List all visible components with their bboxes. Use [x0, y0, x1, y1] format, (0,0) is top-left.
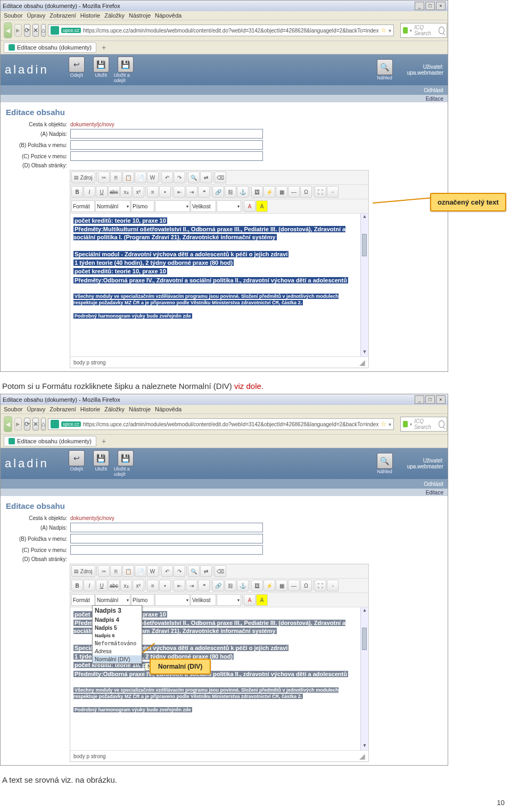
resize-handle-icon[interactable]: ◢	[359, 752, 365, 760]
menu-tools[interactable]: Nástroje	[129, 406, 151, 412]
ul-icon[interactable]: •	[159, 580, 171, 591]
link-icon[interactable]: 🔗	[212, 186, 224, 198]
menu-view[interactable]: Zobrazení	[50, 406, 76, 412]
path-value[interactable]: dokumenty/jc/novy	[70, 515, 114, 521]
editor-body[interactable]: počet kreditů: teorie 10, praxe 10 Předm…	[70, 607, 360, 750]
editor-body[interactable]: počet kreditů: teorie 10, praxe 10 Předm…	[70, 214, 360, 356]
format-select[interactable]: Formát	[71, 200, 95, 212]
menu-edit[interactable]: Úpravy	[27, 12, 45, 19]
path-value[interactable]: dokumenty/jc/novy	[70, 121, 114, 127]
paste-word-icon[interactable]: W	[147, 565, 159, 577]
show-blocks-icon[interactable]: ▫	[327, 580, 339, 591]
menu-history[interactable]: Historie	[80, 12, 100, 19]
image-icon[interactable]: 🖼	[251, 580, 263, 591]
find-icon[interactable]: 🔍	[188, 565, 200, 577]
home-button[interactable]: ⌂	[41, 418, 46, 431]
browser-tab[interactable]: Editace obsahu (dokumenty)	[4, 42, 96, 53]
source-button[interactable]: ▤ Zdroj	[71, 565, 95, 577]
toolbar-leave[interactable]: ↩Odejít	[65, 450, 88, 477]
bookmark-star-icon[interactable]: ☆	[381, 420, 386, 428]
cut-icon[interactable]: ✂	[98, 565, 110, 577]
paste-word-icon[interactable]: W	[147, 172, 159, 183]
link-icon[interactable]: 🔗	[212, 580, 224, 591]
superscript-icon[interactable]: x²	[133, 580, 144, 591]
format-option[interactable]: Neformátováno	[93, 639, 142, 647]
menu-tools[interactable]: Nástroje	[129, 12, 151, 19]
editor-scrollbar[interactable]: ▲ ▼	[360, 607, 368, 750]
minimize-button[interactable]: _	[415, 395, 424, 404]
flash-icon[interactable]: ⚡	[263, 580, 275, 591]
toolbar-leave[interactable]: ↩Odejít	[65, 56, 88, 83]
font-value[interactable]: ▾	[155, 594, 190, 606]
format-option[interactable]: Adresa	[93, 647, 142, 655]
undo-icon[interactable]: ↶	[161, 172, 173, 183]
toolbar-save[interactable]: 💾Uložit	[89, 56, 113, 83]
italic-icon[interactable]: I	[84, 186, 95, 198]
search-go-icon[interactable]	[439, 420, 444, 428]
search-dropdown-icon[interactable]: ▾	[410, 28, 412, 33]
maximize-button[interactable]: □	[425, 395, 435, 404]
format-option[interactable]: Nadpis 4	[93, 615, 142, 624]
menu-bookmarks[interactable]: Záložky	[104, 406, 125, 412]
input-nadpis[interactable]	[70, 523, 263, 532]
input-nadpis[interactable]	[70, 129, 263, 139]
search-bar[interactable]: ▾ ICQ Search	[400, 23, 447, 38]
quote-icon[interactable]: ❝	[198, 580, 210, 591]
replace-icon[interactable]: ⇄	[200, 172, 212, 183]
input-pozice[interactable]	[70, 151, 263, 161]
resize-handle-icon[interactable]: ◢	[359, 358, 365, 367]
format-option-normal-div[interactable]: Normální (DIV)	[93, 655, 142, 663]
menu-help[interactable]: Nápověda	[155, 406, 182, 412]
table-icon[interactable]: ▦	[276, 186, 287, 198]
back-button[interactable]: ◄	[4, 22, 12, 38]
redo-icon[interactable]: ↷	[174, 565, 185, 577]
remove-format-icon[interactable]: ⌫	[215, 172, 226, 183]
special-char-icon[interactable]: Ω	[300, 186, 312, 198]
bg-color-icon[interactable]: A	[256, 594, 268, 606]
url-bar[interactable]: upce.cz https://cms.upce.cz/admin/module…	[48, 25, 394, 36]
home-button[interactable]: ⌂	[41, 24, 46, 37]
format-option[interactable]: Nadpis 6	[93, 632, 142, 639]
input-pozice[interactable]	[70, 545, 263, 555]
paste-text-icon[interactable]: 📄	[135, 172, 146, 183]
indent-icon[interactable]: ⇥	[186, 186, 197, 198]
cut-icon[interactable]: ✂	[98, 172, 110, 183]
toolbar-save-leave[interactable]: 💾Uložit a odejít	[114, 450, 137, 477]
font-value[interactable]: ▾	[155, 200, 190, 212]
menu-file[interactable]: Soubor	[4, 12, 22, 19]
remove-format-icon[interactable]: ⌫	[215, 565, 226, 577]
paste-text-icon[interactable]: 📄	[135, 565, 146, 577]
new-tab-button[interactable]: +	[98, 42, 109, 53]
anchor-icon[interactable]: ⚓	[237, 186, 249, 198]
quote-icon[interactable]: ❝	[198, 186, 210, 198]
close-button[interactable]: ×	[436, 2, 446, 10]
scroll-up-icon[interactable]: ▲	[361, 214, 368, 221]
image-icon[interactable]: 🖼	[251, 186, 263, 198]
ul-icon[interactable]: •	[159, 186, 171, 198]
stop-button[interactable]: ✕	[32, 24, 39, 37]
search-bar[interactable]: ▾ ICQ Search	[400, 417, 447, 432]
menu-history[interactable]: Historie	[80, 406, 100, 412]
scroll-down-icon[interactable]: ▼	[361, 743, 368, 750]
format-option[interactable]: Nadpis 5	[93, 624, 142, 632]
reload-button[interactable]: ⟳	[24, 24, 30, 37]
unlink-icon[interactable]: ⛓	[225, 580, 236, 591]
anchor-icon[interactable]: ⚓	[237, 580, 249, 591]
reload-button[interactable]: ⟳	[24, 418, 30, 431]
redo-icon[interactable]: ↷	[174, 172, 185, 183]
back-button[interactable]: ◄	[4, 416, 12, 432]
menu-bookmarks[interactable]: Záložky	[104, 12, 125, 19]
toolbar-save[interactable]: 💾Uložit	[89, 450, 113, 477]
paste-icon[interactable]: 📋	[122, 172, 134, 183]
toolbar-preview[interactable]: 🔍Náhled	[373, 453, 397, 474]
editor-scrollbar[interactable]: ▲ ▼	[360, 214, 368, 356]
bookmark-star-icon[interactable]: ☆	[381, 27, 386, 34]
ol-icon[interactable]: ≡	[147, 186, 159, 198]
input-polozka[interactable]	[70, 534, 263, 543]
menu-edit[interactable]: Úpravy	[27, 406, 45, 412]
toolbar-save-leave[interactable]: 💾Uložit a odejít	[114, 56, 137, 83]
copy-icon[interactable]: ⎘	[110, 565, 122, 577]
outdent-icon[interactable]: ⇤	[174, 186, 185, 198]
search-go-icon[interactable]	[439, 27, 444, 34]
font-select[interactable]: Písmo	[131, 594, 154, 606]
